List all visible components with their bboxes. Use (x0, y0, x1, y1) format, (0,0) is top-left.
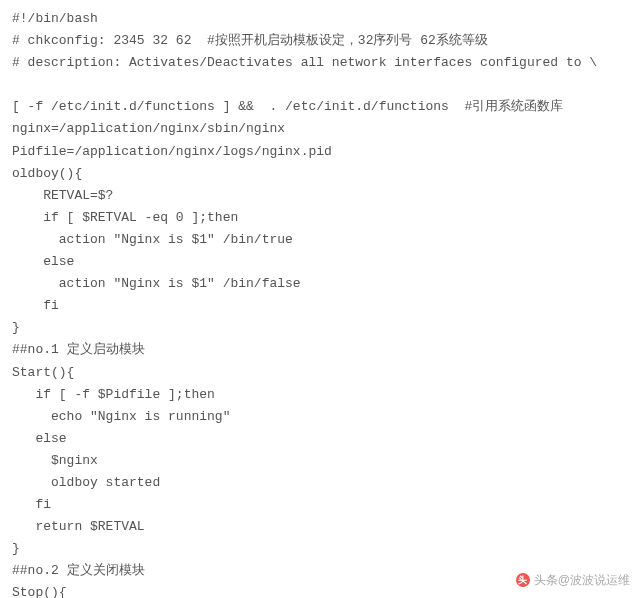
code-line: action "Nginx is $1" /bin/true (12, 232, 293, 247)
code-line: else (12, 254, 74, 269)
code-line: oldboy started (12, 475, 160, 490)
code-line: fi (12, 497, 51, 512)
code-line: # chkconfig: 2345 32 62 #按照开机启动模板设定，32序列… (12, 33, 488, 48)
code-line: else (12, 431, 67, 446)
code-line: RETVAL=$? (12, 188, 113, 203)
toutiao-icon: 头 (516, 573, 530, 587)
code-line: [ -f /etc/init.d/functions ] && . /etc/i… (12, 99, 563, 114)
code-line: ##no.2 定义关闭模块 (12, 563, 145, 578)
code-line: Stop(){ (12, 585, 67, 598)
code-line: nginx=/application/nginx/sbin/nginx (12, 121, 285, 136)
code-line: ##no.1 定义启动模块 (12, 342, 145, 357)
code-line: # description: Activates/Deactivates all… (12, 55, 597, 70)
code-line: Pidfile=/application/nginx/logs/nginx.pi… (12, 144, 332, 159)
code-line: if [ -f $Pidfile ];then (12, 387, 215, 402)
code-line: oldboy(){ (12, 166, 82, 181)
code-line: Start(){ (12, 365, 74, 380)
code-line: echo "Nginx is running" (12, 409, 230, 424)
code-line: fi (12, 298, 59, 313)
code-line: return $RETVAL (12, 519, 145, 534)
code-line: } (12, 541, 20, 556)
code-line: if [ $RETVAL -eq 0 ];then (12, 210, 238, 225)
code-line: $nginx (12, 453, 98, 468)
code-line: } (12, 320, 20, 335)
code-block: #!/bin/bash # chkconfig: 2345 32 62 #按照开… (12, 8, 628, 598)
code-line: action "Nginx is $1" /bin/false (12, 276, 301, 291)
watermark-label: 头条@波波说运维 (534, 570, 630, 590)
code-line: #!/bin/bash (12, 11, 98, 26)
watermark: 头 头条@波波说运维 (516, 570, 630, 590)
